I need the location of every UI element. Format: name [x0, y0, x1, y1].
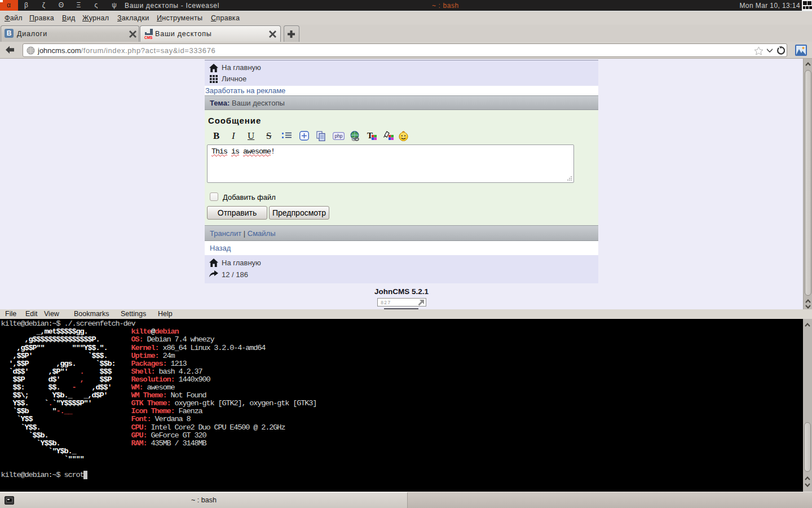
svg-text:php: php — [334, 133, 342, 139]
